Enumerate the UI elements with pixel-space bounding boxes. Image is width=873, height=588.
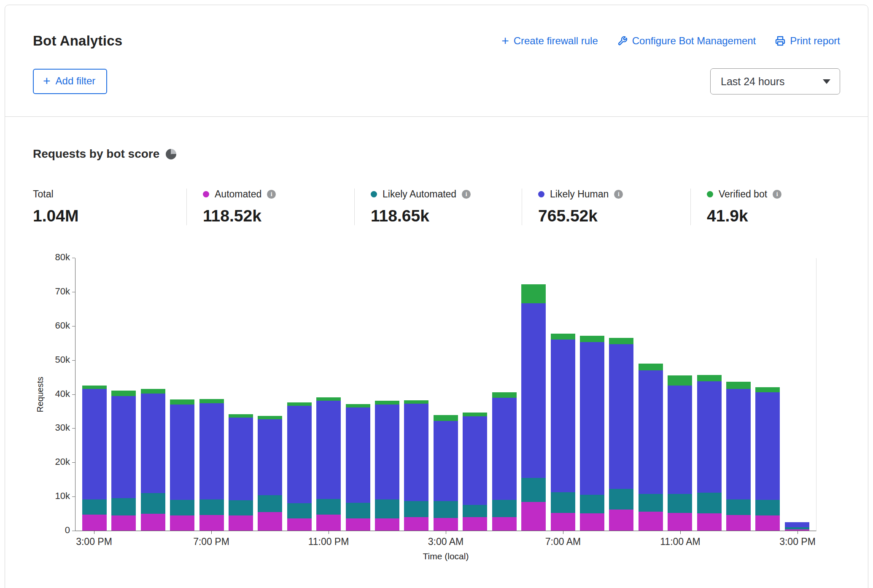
bar-segment-likely-human[interactable] xyxy=(551,340,575,492)
bar[interactable] xyxy=(404,400,428,531)
bar-segment-automated[interactable] xyxy=(726,515,751,531)
bar-segment-likely-automated[interactable] xyxy=(668,494,692,512)
bar-segment-likely-human[interactable] xyxy=(316,401,341,499)
bar-segment-automated[interactable] xyxy=(434,518,458,531)
bar[interactable] xyxy=(609,338,633,531)
bar-segment-verified-bot[interactable] xyxy=(726,382,751,388)
bar-segment-likely-human[interactable] xyxy=(492,398,517,500)
bar-segment-verified-bot[interactable] xyxy=(609,338,633,344)
bar-segment-automated[interactable] xyxy=(258,512,282,531)
bar-segment-automated[interactable] xyxy=(668,513,692,531)
bar-segment-verified-bot[interactable] xyxy=(551,334,575,340)
info-icon[interactable]: i xyxy=(614,190,623,199)
bar[interactable] xyxy=(229,414,253,531)
bar-segment-automated[interactable] xyxy=(697,513,722,531)
bar-segment-verified-bot[interactable] xyxy=(580,336,604,342)
bar[interactable] xyxy=(697,375,722,531)
bar-segment-likely-automated[interactable] xyxy=(609,489,633,510)
create-firewall-rule-link[interactable]: + Create firewall rule xyxy=(501,35,598,47)
bar-segment-likely-automated[interactable] xyxy=(82,499,107,515)
bar-segment-likely-human[interactable] xyxy=(199,403,224,499)
bar-segment-likely-human[interactable] xyxy=(463,416,487,504)
bar-segment-automated[interactable] xyxy=(639,512,663,531)
bar-segment-verified-bot[interactable] xyxy=(463,413,487,416)
bar-segment-likely-automated[interactable] xyxy=(521,478,546,502)
bar-segment-verified-bot[interactable] xyxy=(111,391,136,396)
bar-segment-likely-automated[interactable] xyxy=(434,501,458,518)
bar[interactable] xyxy=(726,382,751,531)
bar-segment-automated[interactable] xyxy=(229,515,253,531)
bar[interactable] xyxy=(551,334,575,531)
bar[interactable] xyxy=(170,399,194,531)
bar-segment-likely-automated[interactable] xyxy=(170,500,194,515)
bar-segment-verified-bot[interactable] xyxy=(199,399,224,404)
bar-segment-automated[interactable] xyxy=(551,513,575,531)
bar[interactable] xyxy=(287,402,312,531)
bar-segment-likely-automated[interactable] xyxy=(463,505,487,517)
bar-segment-automated[interactable] xyxy=(111,515,136,531)
bar-segment-automated[interactable] xyxy=(404,517,428,531)
bar-segment-likely-human[interactable] xyxy=(404,404,428,501)
bar-segment-verified-bot[interactable] xyxy=(434,415,458,421)
bar[interactable] xyxy=(258,416,282,531)
bar-segment-likely-human[interactable] xyxy=(580,342,604,495)
bar-segment-likely-human[interactable] xyxy=(726,389,751,499)
bar-segment-verified-bot[interactable] xyxy=(521,284,546,303)
bar[interactable] xyxy=(82,386,107,531)
bar-segment-automated[interactable] xyxy=(521,502,546,531)
bar-segment-likely-automated[interactable] xyxy=(755,500,780,515)
bar-segment-verified-bot[interactable] xyxy=(170,399,194,404)
bar-segment-automated[interactable] xyxy=(287,518,312,531)
bar[interactable] xyxy=(668,375,692,531)
bar-segment-verified-bot[interactable] xyxy=(229,414,253,418)
bar-segment-likely-automated[interactable] xyxy=(229,500,253,515)
bar-segment-automated[interactable] xyxy=(141,514,165,531)
bar-segment-likely-human[interactable] xyxy=(755,392,780,500)
bar-segment-likely-human[interactable] xyxy=(346,407,370,503)
info-icon[interactable]: i xyxy=(267,190,276,199)
bar-segment-likely-automated[interactable] xyxy=(639,494,663,511)
bar-segment-likely-automated[interactable] xyxy=(287,503,312,518)
bar-segment-verified-bot[interactable] xyxy=(375,401,399,405)
bar-segment-automated[interactable] xyxy=(170,515,194,531)
bar-segment-automated[interactable] xyxy=(82,515,107,531)
bar-segment-verified-bot[interactable] xyxy=(258,416,282,419)
bar[interactable] xyxy=(785,522,809,531)
bar-segment-verified-bot[interactable] xyxy=(697,375,722,381)
time-range-dropdown[interactable]: Last 24 hours xyxy=(710,68,840,94)
bar-segment-likely-automated[interactable] xyxy=(492,500,517,517)
print-report-link[interactable]: Print report xyxy=(775,35,840,47)
bar-segment-likely-human[interactable] xyxy=(434,421,458,501)
bar-segment-likely-human[interactable] xyxy=(170,405,194,500)
bar-segment-likely-automated[interactable] xyxy=(375,499,399,518)
bar-segment-verified-bot[interactable] xyxy=(639,364,663,370)
bar-segment-likely-automated[interactable] xyxy=(551,492,575,513)
bar-segment-automated[interactable] xyxy=(316,515,341,531)
bar-segment-likely-automated[interactable] xyxy=(697,493,722,513)
bar[interactable] xyxy=(463,413,487,531)
bar[interactable] xyxy=(492,392,517,531)
bar-segment-verified-bot[interactable] xyxy=(668,375,692,385)
bar-segment-likely-human[interactable] xyxy=(111,396,136,499)
bar-segment-verified-bot[interactable] xyxy=(82,386,107,389)
bar-segment-automated[interactable] xyxy=(492,517,517,531)
bar-segment-likely-automated[interactable] xyxy=(404,501,428,517)
bar-segment-likely-automated[interactable] xyxy=(726,499,751,515)
bar-segment-likely-automated[interactable] xyxy=(580,495,604,513)
bar-segment-likely-automated[interactable] xyxy=(111,498,136,515)
bar-segment-automated[interactable] xyxy=(755,515,780,531)
bar-segment-likely-human[interactable] xyxy=(258,419,282,495)
bar[interactable] xyxy=(199,399,224,531)
bar[interactable] xyxy=(580,336,604,531)
bar-segment-automated[interactable] xyxy=(785,529,809,531)
bar-segment-likely-human[interactable] xyxy=(521,303,546,478)
bar-segment-verified-bot[interactable] xyxy=(492,392,517,398)
bar-segment-verified-bot[interactable] xyxy=(141,389,165,394)
bar-segment-likely-human[interactable] xyxy=(785,522,809,527)
bar[interactable] xyxy=(346,404,370,531)
bar-segment-likely-human[interactable] xyxy=(668,386,692,494)
bar-segment-verified-bot[interactable] xyxy=(755,387,780,392)
bar[interactable] xyxy=(316,397,341,531)
info-icon[interactable]: i xyxy=(462,190,471,199)
bar-segment-likely-human[interactable] xyxy=(639,370,663,494)
